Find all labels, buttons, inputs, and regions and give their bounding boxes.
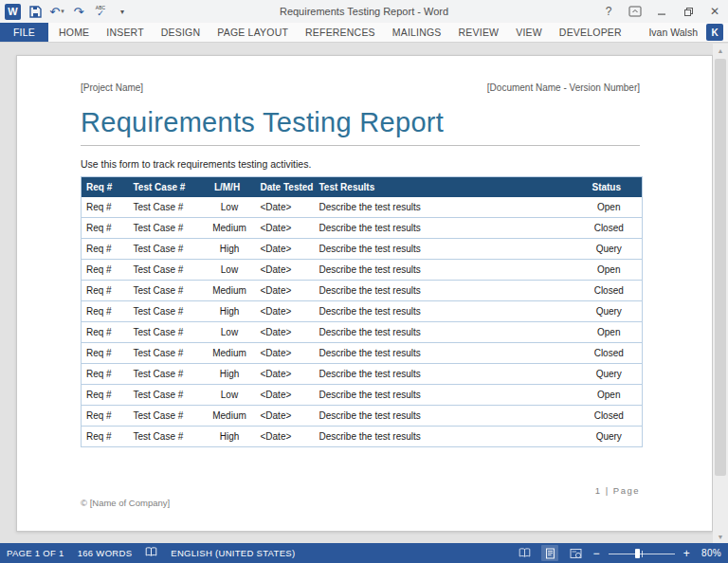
cell-lmh[interactable]: High [199, 364, 256, 385]
cell-date[interactable]: <Date> [256, 218, 315, 239]
cell-date[interactable]: <Date> [256, 281, 315, 301]
cell-results[interactable]: Describe the test results [315, 427, 572, 447]
footer-company[interactable]: © [Name of Company] [81, 498, 640, 508]
cell-req[interactable]: Req # [82, 364, 129, 385]
cell-req[interactable]: Req # [82, 239, 129, 260]
cell-results[interactable]: Describe the test results [315, 301, 572, 322]
customize-qat-button[interactable]: ▾ [115, 2, 130, 21]
cell-date[interactable]: <Date> [256, 260, 315, 281]
cell-lmh[interactable]: High [199, 301, 256, 322]
header-document-name[interactable]: [Document Name - Version Number] [487, 82, 640, 93]
cell-status[interactable]: Open [572, 260, 643, 281]
cell-status[interactable]: Query [572, 301, 643, 322]
cell-test-case[interactable]: Test Case # [129, 322, 199, 343]
cell-test-case[interactable]: Test Case # [129, 343, 199, 364]
tab-review[interactable]: REVIEW [450, 23, 508, 42]
column-header-lmh[interactable]: L/M/H [199, 177, 256, 197]
cell-test-case[interactable]: Test Case # [129, 239, 199, 260]
cell-date[interactable]: <Date> [256, 301, 315, 322]
cell-date[interactable]: <Date> [256, 364, 315, 385]
scrollbar-thumb[interactable] [715, 59, 726, 476]
word-app-icon[interactable]: W [5, 2, 21, 21]
cell-date[interactable]: <Date> [256, 406, 315, 427]
cell-results[interactable]: Describe the test results [315, 385, 572, 406]
zoom-out-button[interactable]: − [592, 548, 599, 559]
cell-lmh[interactable]: Medium [199, 343, 256, 364]
cell-status[interactable]: Query [572, 364, 643, 385]
ribbon-display-options-button[interactable] [622, 0, 648, 23]
header-project-name[interactable]: [Project Name] [81, 82, 143, 93]
save-button[interactable] [27, 2, 43, 21]
cell-lmh[interactable]: Low [199, 260, 256, 281]
cell-status[interactable]: Query [572, 239, 643, 260]
proofing-status-button[interactable] [145, 547, 157, 559]
cell-req[interactable]: Req # [82, 281, 129, 301]
cell-date[interactable]: <Date> [256, 427, 315, 447]
column-header-test-case[interactable]: Test Case # [129, 177, 199, 197]
cell-req[interactable]: Req # [82, 406, 129, 427]
cell-date[interactable]: <Date> [256, 322, 315, 343]
document-page[interactable]: [Project Name] [Document Name - Version … [16, 55, 713, 532]
spelling-grammar-button[interactable]: ABC ✓ [93, 2, 108, 21]
tab-file[interactable]: FILE [0, 23, 48, 42]
cell-results[interactable]: Describe the test results [315, 406, 572, 427]
vertical-scrollbar[interactable]: ▲ ▼ [713, 44, 728, 543]
cell-status[interactable]: Open [572, 322, 643, 343]
zoom-slider-thumb[interactable] [635, 549, 640, 558]
cell-results[interactable]: Describe the test results [315, 343, 572, 364]
cell-date[interactable]: <Date> [256, 385, 315, 406]
cell-test-case[interactable]: Test Case # [129, 427, 199, 447]
cell-lmh[interactable]: High [199, 427, 256, 447]
close-button[interactable]: ✕ [701, 0, 728, 23]
cell-status[interactable]: Closed [572, 343, 643, 364]
minimize-button[interactable] [648, 0, 675, 23]
cell-status[interactable]: Closed [572, 218, 643, 239]
word-count[interactable]: 166 WORDS [78, 548, 133, 558]
tab-mailings[interactable]: MAILINGS [384, 23, 450, 42]
zoom-level[interactable]: 80% [699, 548, 721, 558]
cell-lmh[interactable]: Medium [199, 281, 256, 301]
column-header-req[interactable]: Req # [82, 177, 129, 197]
cell-results[interactable]: Describe the test results [315, 322, 572, 343]
footer-page-number[interactable]: 1 | Page [81, 485, 640, 496]
cell-test-case[interactable]: Test Case # [129, 260, 199, 281]
redo-button[interactable]: ↷ [71, 2, 86, 21]
undo-button[interactable]: ↶ ▾ [49, 2, 64, 21]
cell-test-case[interactable]: Test Case # [129, 406, 199, 427]
cell-lmh[interactable]: Low [199, 197, 256, 218]
page-indicator[interactable]: PAGE 1 OF 1 [7, 548, 64, 558]
cell-results[interactable]: Describe the test results [315, 218, 572, 239]
column-header-test-results[interactable]: Test Results [315, 177, 572, 197]
document-title[interactable]: Requirements Testing Report [81, 107, 640, 138]
cell-lmh[interactable]: Low [199, 385, 256, 406]
tab-insert[interactable]: INSERT [98, 23, 153, 42]
cell-test-case[interactable]: Test Case # [129, 364, 199, 385]
user-name[interactable]: Ivan Walsh [648, 27, 698, 38]
tab-design[interactable]: DESIGN [153, 23, 209, 42]
language-indicator[interactable]: ENGLISH (UNITED STATES) [171, 548, 295, 558]
zoom-slider[interactable] [609, 548, 675, 559]
cell-results[interactable]: Describe the test results [315, 260, 572, 281]
intro-text[interactable]: Use this form to track requirements test… [81, 158, 640, 170]
column-header-status[interactable]: Status [572, 177, 643, 197]
cell-req[interactable]: Req # [82, 343, 129, 364]
cell-date[interactable]: <Date> [256, 343, 315, 364]
web-layout-button[interactable] [567, 545, 584, 561]
cell-results[interactable]: Describe the test results [315, 239, 572, 260]
cell-req[interactable]: Req # [82, 260, 129, 281]
cell-req[interactable]: Req # [82, 301, 129, 322]
cell-results[interactable]: Describe the test results [315, 364, 572, 385]
cell-req[interactable]: Req # [82, 197, 129, 218]
cell-status[interactable]: Query [572, 427, 643, 447]
cell-date[interactable]: <Date> [256, 239, 315, 260]
cell-req[interactable]: Req # [82, 218, 129, 239]
cell-req[interactable]: Req # [82, 427, 129, 447]
cell-test-case[interactable]: Test Case # [129, 281, 199, 301]
cell-test-case[interactable]: Test Case # [129, 385, 199, 406]
cell-lmh[interactable]: Low [199, 322, 256, 343]
cell-test-case[interactable]: Test Case # [129, 218, 199, 239]
cell-test-case[interactable]: Test Case # [129, 197, 199, 218]
cell-req[interactable]: Req # [82, 385, 129, 406]
scroll-down-icon[interactable]: ▼ [713, 530, 728, 543]
cell-test-case[interactable]: Test Case # [129, 301, 199, 322]
